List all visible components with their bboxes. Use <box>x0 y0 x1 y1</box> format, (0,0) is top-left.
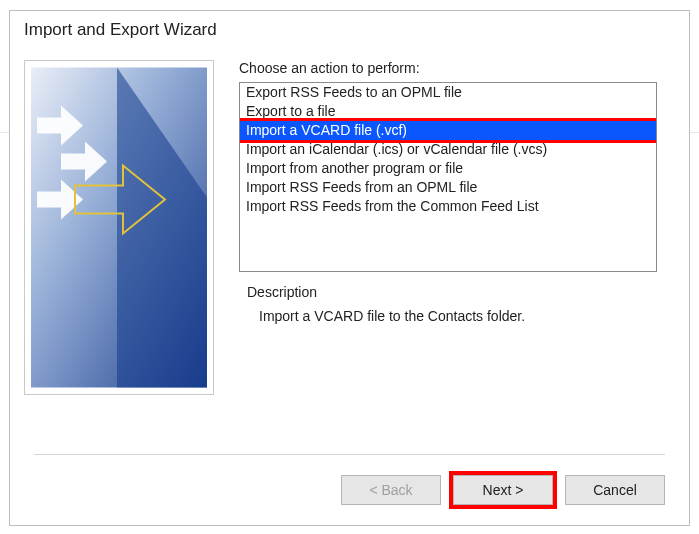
wizard-sidebar-graphic <box>24 60 214 395</box>
next-button[interactable]: Next > <box>453 475 553 505</box>
dialog-content: Choose an action to perform: Export RSS … <box>10 50 689 395</box>
action-listbox[interactable]: Export RSS Feeds to an OPML file Export … <box>239 82 657 272</box>
import-export-wizard-dialog: Import and Export Wizard <box>9 10 690 526</box>
wizard-right-panel: Choose an action to perform: Export RSS … <box>214 50 675 395</box>
list-item[interactable]: Import RSS Feeds from an OPML file <box>240 178 656 197</box>
button-separator <box>34 454 665 455</box>
list-item[interactable]: Export RSS Feeds to an OPML file <box>240 83 656 102</box>
cancel-button[interactable]: Cancel <box>565 475 665 505</box>
list-item[interactable]: Import an iCalendar (.ics) or vCalendar … <box>240 140 656 159</box>
list-item-selected[interactable]: Import a VCARD file (.vcf) <box>240 121 656 140</box>
list-item[interactable]: Import RSS Feeds from the Common Feed Li… <box>240 197 656 216</box>
action-prompt: Choose an action to perform: <box>239 60 675 76</box>
list-item[interactable]: Export to a file <box>240 102 656 121</box>
description-label: Description <box>239 284 657 300</box>
arrows-graphic-icon <box>31 67 207 388</box>
dialog-title: Import and Export Wizard <box>10 11 689 50</box>
description-text: Import a VCARD file to the Contacts fold… <box>239 300 657 324</box>
description-block: Description Import a VCARD file to the C… <box>239 284 657 324</box>
back-button: < Back <box>341 475 441 505</box>
button-row: < Back Next > Cancel <box>341 475 665 505</box>
list-item[interactable]: Import from another program or file <box>240 159 656 178</box>
